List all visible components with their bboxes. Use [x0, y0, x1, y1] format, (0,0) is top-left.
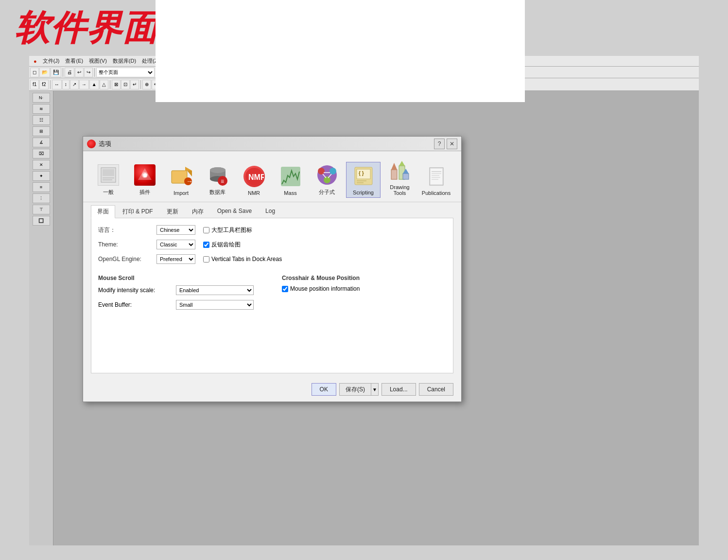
tab-update[interactable]: 更新 [160, 205, 185, 218]
event-buffer-row: Event Buffer: Small [98, 300, 262, 310]
icon-item-plugin[interactable]: ⬟ 插件 [127, 161, 162, 198]
tab-print[interactable]: 打印 & PDF [116, 205, 159, 218]
mouse-position-label: Mouse position information [290, 285, 360, 292]
save-button[interactable]: 保存(S) [339, 383, 371, 396]
side-btn-7[interactable]: ✕ [33, 160, 50, 170]
tb1-undo[interactable]: ↩ [75, 68, 84, 77]
svg-point-23 [329, 168, 336, 175]
zoom-select[interactable]: 整个页面 [96, 68, 155, 77]
plugin-label: 插件 [139, 189, 150, 196]
tab-bar: 界面 打印 & PDF 更新 内存 Open & Save Log [83, 202, 461, 218]
icon-item-import[interactable]: → Import [164, 163, 198, 198]
vertical-tabs-checkbox[interactable] [203, 256, 209, 262]
icon-item-scripting[interactable]: { } Scripting [346, 162, 381, 198]
tb2-b2[interactable]: ⊡ [121, 80, 130, 89]
tb2-a3[interactable]: ↗ [70, 80, 79, 89]
side-btn-4[interactable]: ⊞ [33, 126, 50, 136]
tb2-a2[interactable]: ↕ [62, 80, 69, 89]
nmr-icon: NMR [243, 165, 266, 188]
general-icon [97, 163, 120, 187]
icon-item-mass[interactable]: Mass [273, 163, 308, 198]
svg-text:{ }: { } [359, 171, 364, 176]
side-btn-9[interactable]: ≡ [33, 182, 50, 192]
antialiasing-checkbox[interactable] [203, 242, 209, 248]
large-toolbar-checkbox[interactable] [203, 227, 209, 233]
svg-rect-20 [281, 167, 300, 186]
side-btn-8[interactable]: ✦ [33, 171, 50, 181]
svg-marker-36 [399, 161, 405, 166]
theme-select[interactable]: Classic [156, 240, 195, 249]
mouse-position-checkbox[interactable] [282, 286, 288, 292]
save-dropdown-arrow[interactable]: ▼ [371, 383, 379, 396]
modify-intensity-row: Modify intensity scale: Enabled [98, 285, 262, 295]
tab-memory[interactable]: 内存 [186, 205, 210, 218]
menu-file[interactable]: 文件(J) [40, 57, 62, 65]
side-btn-5[interactable]: ∡ [33, 138, 50, 147]
sep1 [63, 68, 63, 77]
sep2 [94, 68, 95, 77]
icon-item-drawing[interactable]: Drawing Tools [382, 157, 417, 198]
language-label: 语言： [98, 226, 156, 234]
tb2-a6[interactable]: △ [100, 80, 108, 89]
tb2-b3[interactable]: ↵ [130, 80, 139, 89]
tb1-redo[interactable]: ↪ [84, 68, 93, 77]
side-btn-2[interactable]: ≋ [33, 104, 50, 114]
tab-opensave[interactable]: Open & Save [211, 205, 258, 218]
opengl-row: OpenGL Engine: Preferred Vertical Tabs i… [98, 254, 446, 264]
svg-text:≡: ≡ [221, 178, 224, 185]
icon-item-molformula[interactable]: 分子式 [310, 161, 344, 198]
opengl-label: OpenGL Engine: [98, 256, 156, 262]
tb1-print[interactable]: 🖨 [65, 68, 74, 77]
side-btn-12[interactable]: 🔲 [33, 216, 50, 226]
tb2-a4[interactable]: → [79, 80, 89, 89]
plugin-icon: ⬟ [133, 163, 156, 187]
menu-database[interactable]: 数据库(D) [110, 57, 139, 65]
svg-point-22 [318, 168, 325, 175]
icon-item-nmr[interactable]: NMR NMR [237, 163, 271, 198]
tab-ui[interactable]: 界面 [91, 205, 115, 218]
antialiasing-label: 反锯齿绘图 [211, 241, 241, 249]
menu-view2[interactable]: 视图(V) [87, 57, 109, 65]
side-btn-6[interactable]: ⌧ [33, 149, 50, 158]
language-select[interactable]: Chinese [156, 225, 195, 235]
tb2-a1[interactable]: ↔ [52, 80, 62, 89]
tb1-open[interactable]: 📂 [39, 68, 50, 77]
publications-icon [425, 165, 448, 188]
mass-icon [279, 165, 302, 188]
cancel-button[interactable]: Cancel [419, 383, 453, 396]
tb2-b1[interactable]: ⊠ [112, 80, 121, 89]
opengl-select[interactable]: Preferred [156, 254, 195, 264]
ok-button[interactable]: OK [312, 383, 336, 396]
tb1-save[interactable]: 💾 [51, 68, 61, 77]
import-icon: → [170, 165, 193, 188]
theme-label: Theme: [98, 241, 156, 248]
sep7 [50, 80, 51, 89]
tb1-new[interactable]: ◻ [30, 68, 39, 77]
svg-text:⬟: ⬟ [143, 173, 147, 178]
icon-item-general[interactable]: 一般 [91, 161, 125, 198]
tb2-f1[interactable]: f1 [30, 80, 39, 89]
icon-item-publications[interactable]: Publications [419, 163, 453, 198]
modify-intensity-select[interactable]: Enabled [176, 285, 254, 295]
tab-log[interactable]: Log [259, 205, 281, 218]
event-buffer-select[interactable]: Small [176, 300, 254, 310]
tb2-f2[interactable]: f2 [39, 80, 48, 89]
icon-item-database[interactable]: ≡ 数据库 [200, 161, 235, 198]
side-btn-1[interactable]: N· [33, 93, 50, 103]
side-btn-10[interactable]: ⋮ [33, 193, 50, 203]
molformula-label: 分子式 [319, 189, 335, 196]
load-button[interactable]: Load... [381, 383, 416, 396]
mass-label: Mass [284, 190, 296, 196]
document-area [156, 0, 525, 102]
tb2-c1[interactable]: ⊕ [142, 80, 151, 89]
menu-view1[interactable]: 查看(E) [63, 57, 86, 65]
dialog-help-button[interactable]: ? [434, 139, 445, 149]
side-btn-3[interactable]: ☷ [33, 115, 50, 125]
tb2-a5[interactable]: ▲ [89, 80, 99, 89]
dialog-close-button[interactable]: ✕ [447, 139, 457, 149]
dialog-title-left: 选项 [87, 140, 111, 148]
side-btn-11[interactable]: ⊤ [33, 205, 50, 214]
options-dialog: 选项 ? ✕ 一般 [83, 136, 462, 402]
drawing-icon [388, 159, 412, 182]
save-button-split: 保存(S) ▼ [339, 383, 379, 396]
